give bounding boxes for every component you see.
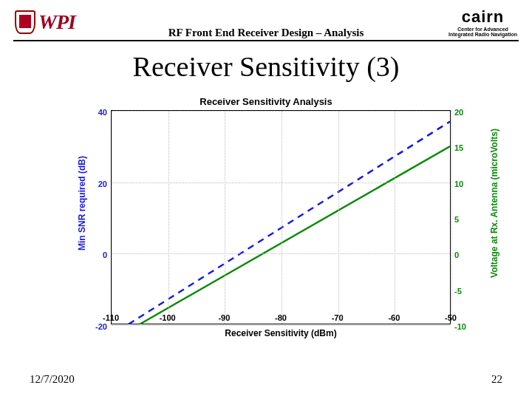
y-right-tick-label: 15 <box>454 143 463 152</box>
cairn-logo-text: cairn <box>449 7 517 27</box>
footer-date: 12/7/2020 <box>30 373 75 386</box>
grid-line-vertical <box>225 111 225 324</box>
header-divider <box>13 40 519 41</box>
footer-page: 22 <box>491 373 502 386</box>
y-left-tick-label: 20 <box>98 180 107 188</box>
x-tick-label: -110 <box>103 313 119 322</box>
y-axis-left-label: Min SNR required (dB) <box>77 109 87 203</box>
series-right <box>140 146 450 324</box>
grid-line-vertical <box>168 111 169 324</box>
chart-lines <box>112 111 450 324</box>
y-axis-right-label: Voltage at Rx. Antenna (microVolts) <box>489 54 499 203</box>
plot-area <box>111 110 451 324</box>
cairn-logo: cairn Center for Advanced Integrated Rad… <box>449 7 517 37</box>
grid-line-horizontal <box>112 111 450 112</box>
y-left-tick-label: 40 <box>98 108 107 117</box>
x-tick-label: -50 <box>445 313 457 322</box>
x-tick-label: -70 <box>332 313 344 322</box>
x-tick-label: -90 <box>218 313 230 322</box>
grid-line-vertical <box>338 111 339 324</box>
chart-title: Receiver Sensitivity Analysis <box>81 96 451 107</box>
x-tick-label: -60 <box>388 313 400 322</box>
grid-line-horizontal <box>112 183 450 183</box>
y-right-tick-label: 10 <box>454 180 463 188</box>
y-right-tick-label: 20 <box>454 108 463 117</box>
grid-line-vertical <box>282 111 282 324</box>
y-left-tick-label: -20 <box>95 322 107 331</box>
y-right-tick-label: 5 <box>454 215 459 224</box>
x-tick-label: -100 <box>160 313 176 322</box>
page-title: Receiver Sensitivity (3) <box>0 50 532 83</box>
grid-line-horizontal <box>112 325 450 326</box>
y-left-tick-label: 0 <box>103 250 107 259</box>
series-left <box>129 121 450 324</box>
grid-line-vertical <box>451 111 452 324</box>
cairn-logo-sub1: Center for Advanced <box>449 27 517 32</box>
y-right-tick-label: 0 <box>454 250 459 259</box>
grid-line-horizontal <box>112 253 450 254</box>
y-right-tick-label: -10 <box>454 322 466 331</box>
grid-line-vertical <box>395 111 395 324</box>
chart: Receiver Sensitivity Analysis Min SNR re… <box>81 96 451 347</box>
y-right-tick-label: -5 <box>454 287 462 296</box>
header: WPI RF Front End Receiver Design – Analy… <box>0 4 532 43</box>
x-tick-label: -80 <box>275 313 287 322</box>
cairn-logo-sub2: Integrated Radio Navigation <box>449 32 517 37</box>
x-axis-label: Receiver Sensitivity (dBm) <box>111 328 451 338</box>
grid-line-vertical <box>112 111 112 324</box>
